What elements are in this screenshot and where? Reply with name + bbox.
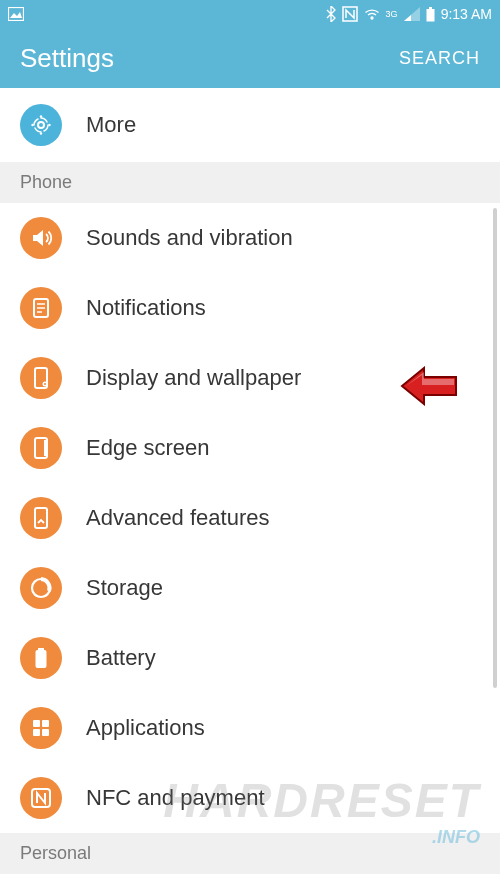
status-left [8, 7, 24, 21]
svg-rect-24 [36, 650, 47, 668]
svg-rect-26 [42, 720, 49, 727]
item-label: Edge screen [86, 435, 210, 461]
edge-icon [20, 427, 62, 469]
status-right: 3G 9:13 AM [326, 6, 492, 22]
wifi-icon [364, 7, 380, 21]
list-item-edge[interactable]: Edge screen [0, 413, 500, 483]
svg-marker-1 [10, 12, 22, 18]
display-icon [20, 357, 62, 399]
svg-point-8 [40, 115, 42, 117]
list-item-advanced[interactable]: Advanced features [0, 483, 500, 553]
svg-point-10 [31, 124, 33, 126]
applications-icon [20, 707, 62, 749]
item-label: NFC and payment [86, 785, 265, 811]
storage-icon [20, 567, 62, 609]
battery-icon [20, 637, 62, 679]
list-item-sounds[interactable]: Sounds and vibration [0, 203, 500, 273]
svg-rect-28 [42, 729, 49, 736]
svg-point-9 [40, 132, 42, 134]
item-label: Sounds and vibration [86, 225, 293, 251]
section-header-phone: Phone [0, 162, 500, 203]
network-type-label: 3G [386, 9, 398, 19]
status-bar: 3G 9:13 AM [0, 0, 500, 28]
item-label: Battery [86, 645, 156, 671]
sound-icon [20, 217, 62, 259]
list-item-display[interactable]: Display and wallpaper [0, 343, 500, 413]
svg-rect-5 [429, 7, 432, 9]
item-label: More [86, 112, 136, 138]
list-item-battery[interactable]: Battery [0, 623, 500, 693]
picture-icon [8, 7, 24, 21]
svg-rect-21 [35, 508, 47, 528]
battery-status-icon [426, 7, 435, 22]
search-button[interactable]: SEARCH [399, 48, 480, 69]
bluetooth-icon [326, 6, 336, 22]
svg-rect-25 [33, 720, 40, 727]
list-item-more[interactable]: More [0, 88, 500, 162]
advanced-icon [20, 497, 62, 539]
list-item-notifications[interactable]: Notifications [0, 273, 500, 343]
svg-point-18 [44, 383, 46, 385]
item-label: Storage [86, 575, 163, 601]
svg-marker-3 [404, 7, 420, 21]
page-title: Settings [20, 43, 114, 74]
list-item-applications[interactable]: Applications [0, 693, 500, 763]
svg-rect-0 [9, 8, 24, 21]
svg-rect-6 [426, 9, 434, 22]
notifications-icon [20, 287, 62, 329]
svg-rect-27 [33, 729, 40, 736]
more-icon [20, 104, 62, 146]
svg-point-7 [38, 122, 44, 128]
nfc-status-icon [342, 6, 358, 22]
item-label: Notifications [86, 295, 206, 321]
app-header: Settings SEARCH [0, 28, 500, 88]
nfc-icon [20, 777, 62, 819]
clock-label: 9:13 AM [441, 6, 492, 22]
svg-rect-20 [44, 440, 47, 456]
list-item-storage[interactable]: Storage [0, 553, 500, 623]
scrollbar[interactable] [493, 208, 497, 688]
section-header-personal: Personal [0, 833, 500, 874]
list-item-themes[interactable]: Themes [0, 874, 500, 888]
list-item-nfc[interactable]: NFC and payment [0, 763, 500, 833]
item-label: Applications [86, 715, 205, 741]
signal-icon [404, 7, 420, 21]
item-label: Display and wallpaper [86, 365, 301, 391]
settings-list[interactable]: More Phone Sounds and vibration Notifica… [0, 88, 500, 888]
item-label: Advanced features [86, 505, 269, 531]
svg-point-11 [48, 124, 50, 126]
